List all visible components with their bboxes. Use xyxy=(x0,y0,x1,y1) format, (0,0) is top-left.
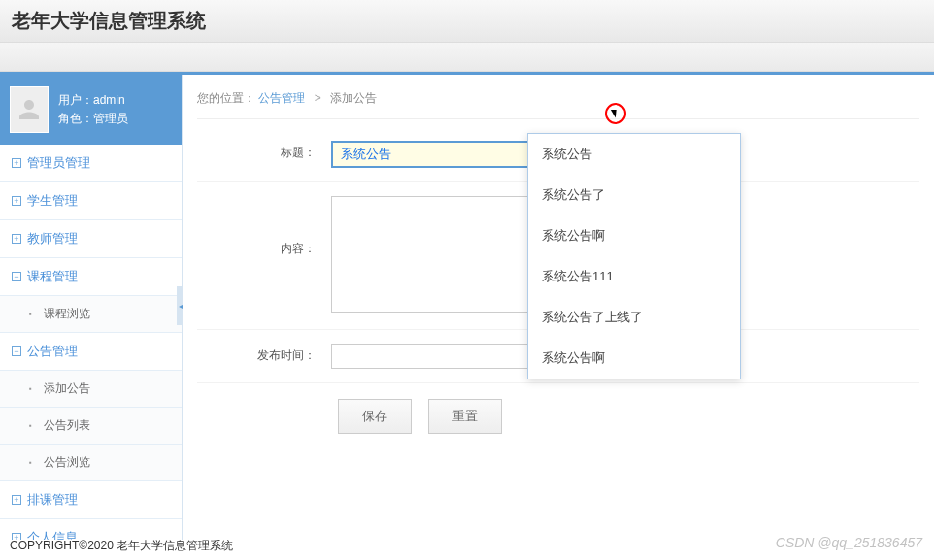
nav-label: 管理员管理 xyxy=(27,154,90,172)
title-input[interactable] xyxy=(331,141,545,168)
plus-icon: + xyxy=(12,158,21,168)
plus-icon: + xyxy=(12,196,21,206)
nav-item-course[interactable]: −课程管理 xyxy=(0,258,182,296)
nav-item-student[interactable]: +学生管理 xyxy=(0,182,182,220)
role-value: 管理员 xyxy=(93,112,128,125)
header-bar: 老年大学信息管理系统 xyxy=(0,0,934,43)
nav-sub-add-notice[interactable]: 添加公告 xyxy=(0,371,182,408)
nav-label: 公告列表 xyxy=(44,417,90,434)
dropdown-item[interactable]: 系统公告111 xyxy=(528,256,740,297)
nav-sub-notice-list[interactable]: 公告列表 xyxy=(0,408,182,445)
avatar xyxy=(10,86,49,133)
nav-label: 添加公告 xyxy=(44,380,90,397)
nav-item-admin[interactable]: +管理员管理 xyxy=(0,145,182,182)
content-area: 您的位置： 公告管理 > 添加公告 标题： * 内容： * 发布时间 xyxy=(183,75,934,540)
nav-label: 课程管理 xyxy=(27,268,78,285)
nav-label: 公告管理 xyxy=(27,343,78,360)
minus-icon: − xyxy=(12,346,21,356)
user-label: 用户： xyxy=(58,93,93,107)
minus-icon: − xyxy=(12,272,21,281)
time-input[interactable] xyxy=(331,344,545,369)
autocomplete-dropdown: 系统公告 系统公告了 系统公告啊 系统公告111 系统公告了上线了 系统公告啊 xyxy=(527,133,741,379)
content-label: 内容： xyxy=(197,182,323,330)
nav-item-notice[interactable]: −公告管理 xyxy=(0,333,182,371)
toolbar-band xyxy=(0,43,934,72)
breadcrumb-current: 添加公告 xyxy=(330,91,377,105)
breadcrumb-prefix: 您的位置： xyxy=(197,91,255,105)
dropdown-item[interactable]: 系统公告啊 xyxy=(528,338,740,379)
save-button[interactable]: 保存 xyxy=(338,399,412,434)
app-title: 老年大学信息管理系统 xyxy=(12,8,922,34)
footer: COPYRIGHT©2020 老年大学信息管理系统 xyxy=(0,532,243,560)
nav: +管理员管理 +学生管理 +教师管理 −课程管理 课程浏览 −公告管理 添加公告… xyxy=(0,145,182,540)
nav-sub-course-browse[interactable]: 课程浏览 xyxy=(0,296,182,333)
user-panel: 用户：admin 角色：管理员 xyxy=(0,75,182,145)
dropdown-item[interactable]: 系统公告了 xyxy=(528,175,740,215)
sidebar: 用户：admin 角色：管理员 +管理员管理 +学生管理 +教师管理 −课程管理… xyxy=(0,75,183,540)
role-label: 角色： xyxy=(58,112,93,125)
breadcrumb-sep: > xyxy=(315,91,321,105)
dropdown-item[interactable]: 系统公告 xyxy=(528,134,740,175)
button-row: 保存 重置 xyxy=(197,383,919,449)
breadcrumb: 您的位置： 公告管理 > 添加公告 xyxy=(197,84,919,119)
nav-label: 课程浏览 xyxy=(44,306,90,322)
dropdown-item[interactable]: 系统公告了上线了 xyxy=(528,297,740,338)
watermark: CSDN @qq_251836457 xyxy=(776,535,922,550)
nav-label: 学生管理 xyxy=(27,192,78,210)
title-label: 标题： xyxy=(197,127,323,182)
nav-item-schedule[interactable]: +排课管理 xyxy=(0,481,182,519)
user-info: 用户：admin 角色：管理员 xyxy=(58,91,128,128)
plus-icon: + xyxy=(12,495,21,505)
nav-label: 教师管理 xyxy=(27,230,78,247)
nav-label: 公告浏览 xyxy=(44,454,90,471)
breadcrumb-link[interactable]: 公告管理 xyxy=(258,91,305,105)
nav-item-teacher[interactable]: +教师管理 xyxy=(0,220,182,258)
nav-sub-notice-browse[interactable]: 公告浏览 xyxy=(0,445,182,481)
user-value: admin xyxy=(93,93,125,107)
time-label: 发布时间： xyxy=(197,330,323,383)
dropdown-item[interactable]: 系统公告啊 xyxy=(528,215,740,256)
plus-icon: + xyxy=(12,234,21,244)
reset-button[interactable]: 重置 xyxy=(428,399,502,434)
nav-label: 排课管理 xyxy=(27,491,78,509)
copyright-text: COPYRIGHT©2020 老年大学信息管理系统 xyxy=(10,539,233,552)
